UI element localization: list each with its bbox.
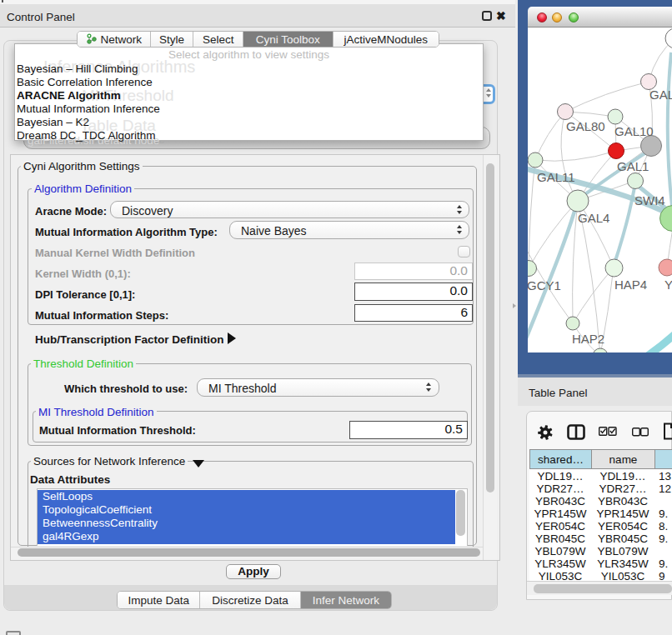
svg-text:GAL: GAL — [649, 88, 672, 102]
svg-text:GAL10: GAL10 — [614, 124, 654, 138]
svg-text:Y: Y — [664, 278, 672, 292]
svg-text:GAL80: GAL80 — [566, 119, 605, 133]
svg-text:GAL4: GAL4 — [578, 211, 609, 225]
svg-text:GCY1: GCY1 — [528, 278, 561, 292]
svg-text:HAP2: HAP2 — [572, 332, 604, 346]
svg-text:HAP4: HAP4 — [614, 278, 647, 292]
svg-text:GAL1: GAL1 — [617, 159, 649, 173]
svg-text:SWI4: SWI4 — [634, 193, 665, 208]
svg-text:GAL11: GAL11 — [537, 170, 575, 184]
